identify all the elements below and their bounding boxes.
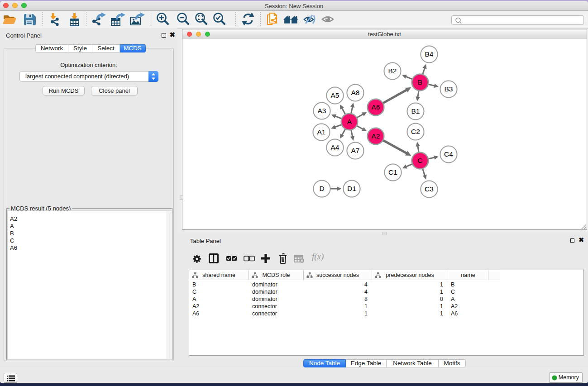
svg-text:A3: A3: [318, 107, 326, 114]
svg-text:A1: A1: [317, 128, 326, 136]
svg-text:A8: A8: [351, 89, 360, 96]
svg-text:A7: A7: [351, 147, 360, 154]
svg-text:C1: C1: [388, 168, 397, 176]
svg-text:A: A: [347, 118, 352, 125]
svg-text:D1: D1: [347, 185, 356, 192]
svg-text:D: D: [319, 185, 324, 192]
svg-text:B: B: [418, 78, 422, 86]
svg-text:C3: C3: [425, 185, 434, 193]
svg-text:B3: B3: [445, 85, 453, 93]
svg-text:A2: A2: [372, 132, 380, 140]
svg-text:C4: C4: [444, 150, 453, 158]
svg-text:C2: C2: [411, 128, 420, 135]
svg-text:B2: B2: [388, 67, 397, 75]
svg-text:A4: A4: [331, 143, 339, 151]
svg-text:A5: A5: [331, 91, 339, 99]
svg-text:B1: B1: [411, 107, 420, 115]
svg-text:C: C: [417, 157, 422, 164]
svg-text:A6: A6: [372, 103, 380, 111]
svg-text:B4: B4: [425, 50, 434, 58]
